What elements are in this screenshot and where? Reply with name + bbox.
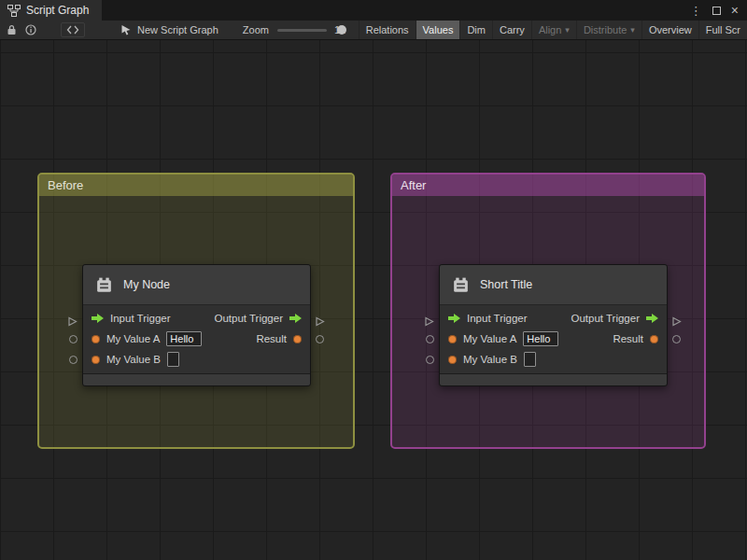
align-label: Align (539, 24, 561, 35)
external-flow-out-handle[interactable] (316, 314, 325, 330)
external-value-a-handle[interactable] (69, 335, 78, 343)
script-graph-window: Script Graph ⋮ × (0, 0, 747, 560)
relations-button[interactable]: Relations (359, 21, 416, 40)
chevron-down-icon: ▾ (630, 25, 635, 35)
value-b-port-icon[interactable] (448, 356, 457, 364)
node-footer (83, 373, 310, 385)
node-footer (440, 373, 667, 385)
graph-toolbar: New Script Graph Zoom 1x Relations Value… (0, 21, 747, 40)
value-a-input[interactable] (523, 331, 558, 346)
flow-input-port-icon[interactable] (448, 314, 460, 323)
toolbar-buttons: Relations Values Dim Carry Align ▾ Distr… (359, 21, 747, 40)
node-title: Short Title (480, 278, 532, 291)
external-value-b-handle[interactable] (426, 356, 434, 364)
group-after-label: After (401, 178, 426, 192)
chevron-down-icon: ▾ (565, 25, 570, 35)
flow-input-port-icon[interactable] (92, 314, 104, 323)
external-flow-in-handle[interactable] (425, 314, 434, 330)
window-menu-icon[interactable]: ⋮ (690, 5, 702, 17)
info-icon[interactable] (25, 24, 36, 35)
node-body: Input Trigger Output Trigger My Value A … (83, 305, 310, 373)
value-a-port-icon[interactable] (92, 335, 100, 343)
result-label: Result (613, 333, 643, 344)
group-before-label: Before (48, 178, 83, 192)
external-value-b-handle[interactable] (69, 356, 78, 364)
distribute-label: Distribute (584, 24, 627, 35)
zoom-slider[interactable] (277, 29, 327, 32)
value-b-input[interactable] (524, 352, 536, 367)
graph-tab-icon (7, 5, 21, 17)
flow-output-port-icon[interactable] (646, 314, 658, 323)
value-b-label: My Value B (463, 354, 517, 365)
tab-script-graph[interactable]: Script Graph (0, 0, 102, 21)
close-icon[interactable]: × (731, 4, 739, 17)
value-b-input[interactable] (167, 352, 179, 367)
group-after-header[interactable]: After (392, 175, 704, 196)
output-trigger-label: Output Trigger (571, 313, 640, 324)
node-row-value-b: My Value B (440, 349, 667, 370)
fullscreen-button[interactable]: Full Scr (698, 21, 747, 40)
external-flow-in-handle[interactable] (68, 314, 78, 330)
input-trigger-label: Input Trigger (467, 313, 528, 324)
node-row-value-b: My Value B (83, 349, 310, 370)
node-row-value-a: My Value A Result (440, 329, 667, 349)
value-b-label: My Value B (106, 354, 161, 365)
unit-icon (451, 275, 471, 295)
external-flow-out-handle[interactable] (672, 314, 682, 330)
tab-label: Script Graph (26, 4, 89, 17)
node-short-title[interactable]: Short Title Input Trigger Output Trigger (439, 264, 668, 386)
external-result-handle[interactable] (316, 335, 324, 343)
node-my-node[interactable]: My Node Input Trigger Output Trigger (82, 264, 311, 386)
zoom-slider-handle[interactable] (337, 25, 346, 35)
graph-canvas[interactable]: Before After My Nod (0, 40, 747, 560)
graph-pointer-icon (120, 24, 132, 35)
value-a-port-icon[interactable] (448, 335, 457, 343)
titlebar: Script Graph ⋮ × (0, 0, 747, 21)
graph-breadcrumb[interactable]: New Script Graph (120, 24, 218, 35)
value-a-input[interactable] (166, 331, 202, 346)
node-header[interactable]: My Node (83, 265, 310, 305)
carry-button[interactable]: Carry (492, 21, 531, 40)
node-title: My Node (123, 278, 170, 291)
result-port-icon[interactable] (293, 335, 302, 343)
node-body: Input Trigger Output Trigger My Value A … (440, 305, 667, 373)
graph-name: New Script Graph (137, 24, 218, 35)
external-value-a-handle[interactable] (426, 335, 434, 343)
zoom-label: Zoom (243, 24, 269, 35)
node-row-value-a: My Value A Result (83, 329, 310, 349)
node-row-trigger: Input Trigger Output Trigger (83, 308, 310, 329)
result-port-icon[interactable] (650, 335, 658, 343)
maximize-icon[interactable] (712, 7, 721, 15)
node-header[interactable]: Short Title (440, 265, 667, 305)
dim-button[interactable]: Dim (459, 21, 492, 40)
value-a-label: My Value A (463, 333, 516, 344)
output-trigger-label: Output Trigger (214, 313, 283, 324)
node-row-trigger: Input Trigger Output Trigger (440, 308, 667, 329)
values-button[interactable]: Values (416, 21, 460, 40)
external-result-handle[interactable] (672, 335, 681, 343)
group-before-header[interactable]: Before (39, 175, 353, 196)
overview-button[interactable]: Overview (641, 21, 698, 40)
flow-output-port-icon[interactable] (289, 314, 302, 323)
window-controls: ⋮ × (690, 4, 747, 17)
value-a-label: My Value A (106, 333, 160, 344)
unit-icon (94, 275, 114, 295)
result-label: Result (256, 333, 287, 344)
lock-icon[interactable] (7, 24, 17, 35)
value-b-port-icon[interactable] (92, 356, 100, 364)
distribute-button[interactable]: Distribute ▾ (576, 21, 641, 40)
code-view-icon[interactable] (61, 22, 85, 37)
input-trigger-label: Input Trigger (110, 313, 171, 324)
align-button[interactable]: Align ▾ (531, 21, 576, 40)
